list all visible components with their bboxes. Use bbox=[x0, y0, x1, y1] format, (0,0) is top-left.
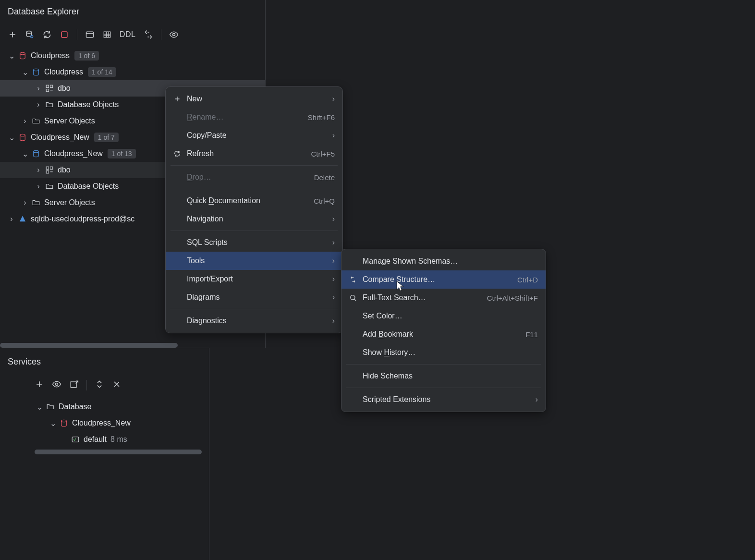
chevron-right-icon: › bbox=[332, 215, 335, 223]
menu-item-label: Add Bookmark bbox=[363, 330, 525, 339]
chevron-right-icon[interactable]: › bbox=[35, 182, 42, 191]
folder-icon bbox=[45, 182, 54, 191]
stop-icon[interactable] bbox=[60, 30, 69, 39]
svg-rect-9 bbox=[50, 85, 53, 87]
menu-item-compare-structure[interactable]: Compare Structure…Ctrl+D bbox=[341, 270, 546, 289]
menu-item-navigation[interactable]: Navigation› bbox=[166, 210, 342, 228]
search-icon bbox=[348, 294, 358, 302]
open-new-tab-icon[interactable] bbox=[69, 379, 79, 391]
chevron-right-icon[interactable]: › bbox=[21, 117, 29, 125]
menu-item-label: Full-Text Search… bbox=[363, 293, 487, 302]
shortcut-label: F11 bbox=[525, 330, 538, 339]
tree-row[interactable]: ⌄Cloudpress1 of 14 bbox=[0, 64, 265, 80]
tree-row[interactable]: ⌄ Cloudpress_New bbox=[0, 415, 209, 431]
tree-label: Database Objects bbox=[58, 100, 119, 109]
tree-label: Database Objects bbox=[58, 182, 119, 191]
svg-point-5 bbox=[172, 34, 175, 36]
menu-item-manage-shown-schemas[interactable]: Manage Shown Schemas… bbox=[341, 252, 546, 270]
menu-separator bbox=[170, 165, 338, 166]
chevron-down-icon[interactable]: ⌄ bbox=[21, 149, 29, 158]
menu-item-quick-documentation[interactable]: Quick DocumentationCtrl+Q bbox=[166, 192, 342, 210]
folder-icon bbox=[45, 100, 54, 109]
tree-row[interactable]: ⌄Cloudpress1 of 6 bbox=[0, 48, 265, 64]
menu-item-hide-schemas[interactable]: Hide Schemas bbox=[341, 367, 546, 385]
chevron-right-icon[interactable]: › bbox=[21, 198, 29, 207]
chevron-down-icon: ⌄ bbox=[49, 419, 57, 428]
chevron-down-icon[interactable]: ⌄ bbox=[21, 68, 29, 77]
tree-label: Server Objects bbox=[44, 117, 95, 125]
refresh-icon[interactable] bbox=[42, 30, 52, 39]
menu-item-diagrams[interactable]: Diagrams› bbox=[166, 288, 342, 306]
db-blue-icon bbox=[32, 149, 40, 158]
svg-point-1 bbox=[31, 36, 33, 38]
menu-item-label: New bbox=[187, 95, 332, 103]
context-menu[interactable]: New›Rename…Shift+F6Copy/Paste›RefreshCtr… bbox=[165, 86, 343, 333]
svg-rect-2 bbox=[61, 32, 67, 37]
tree-label: Cloudpress_New bbox=[72, 419, 131, 427]
add-icon[interactable] bbox=[8, 30, 17, 39]
chevron-right-icon: › bbox=[332, 131, 335, 140]
chevron-right-icon[interactable]: › bbox=[35, 166, 42, 174]
menu-item-refresh[interactable]: RefreshCtrl+F5 bbox=[166, 145, 342, 163]
tree-label: Cloudpress_New bbox=[31, 133, 89, 142]
services-title: Services bbox=[0, 348, 209, 375]
collapse-expand-icon[interactable] bbox=[95, 379, 104, 391]
horizontal-scrollbar[interactable] bbox=[0, 343, 178, 348]
menu-item-copy-paste[interactable]: Copy/Paste› bbox=[166, 126, 342, 145]
menu-item-import-export[interactable]: Import/Export› bbox=[166, 270, 342, 288]
chevron-down-icon[interactable]: ⌄ bbox=[8, 51, 15, 61]
menu-separator bbox=[170, 189, 338, 189]
menu-item-label: SQL Scripts bbox=[187, 238, 332, 247]
menu-item-label: Copy/Paste bbox=[187, 131, 332, 140]
chevron-right-icon[interactable]: › bbox=[8, 215, 15, 223]
menu-separator bbox=[346, 364, 541, 365]
folder-icon bbox=[32, 117, 40, 125]
svg-rect-10 bbox=[46, 89, 49, 92]
console-icon bbox=[71, 435, 80, 444]
svg-point-18 bbox=[61, 420, 67, 422]
services-toolbar bbox=[0, 375, 209, 396]
menu-item-diagnostics[interactable]: Diagnostics› bbox=[166, 312, 342, 330]
chevron-right-icon[interactable]: › bbox=[35, 100, 42, 109]
tree-label: dbo bbox=[58, 84, 71, 93]
menu-item-tools[interactable]: Tools› bbox=[166, 252, 342, 270]
svg-rect-14 bbox=[50, 167, 53, 169]
tree-row[interactable]: ⌄ Database bbox=[0, 399, 209, 415]
view-options-icon[interactable] bbox=[169, 30, 179, 39]
menu-item-set-color[interactable]: Set Color… bbox=[341, 307, 546, 325]
tree-row[interactable]: default 8 ms bbox=[0, 431, 209, 448]
menu-item-label: Import/Export bbox=[187, 275, 332, 283]
compare-icon[interactable] bbox=[144, 30, 153, 39]
chevron-right-icon: › bbox=[332, 275, 335, 283]
elapsed-time: 8 ms bbox=[110, 435, 127, 444]
chevron-right-icon[interactable]: › bbox=[35, 84, 42, 93]
svg-point-11 bbox=[20, 134, 25, 136]
menu-item-show-history[interactable]: Show History… bbox=[341, 343, 546, 362]
folder-icon bbox=[46, 402, 55, 411]
services-panel: Services ⌄ Database ⌄ Cloudpress_New def… bbox=[0, 348, 209, 560]
ddl-button[interactable]: DDL bbox=[120, 30, 136, 39]
tree-label: Cloudpress_New bbox=[44, 149, 103, 158]
menu-item-sql-scripts[interactable]: SQL Scripts› bbox=[166, 233, 342, 252]
table-icon[interactable] bbox=[102, 30, 112, 39]
chevron-right-icon: › bbox=[332, 95, 335, 103]
services-tree[interactable]: ⌄ Database ⌄ Cloudpress_New default 8 ms bbox=[0, 396, 209, 448]
datasource-properties-icon[interactable] bbox=[25, 30, 35, 39]
tree-label: Cloudpress bbox=[44, 68, 83, 76]
chevron-down-icon[interactable]: ⌄ bbox=[8, 133, 15, 142]
close-icon[interactable] bbox=[112, 379, 122, 391]
svg-rect-4 bbox=[104, 32, 110, 37]
show-icon[interactable] bbox=[52, 379, 61, 391]
menu-item-scripted-extensions[interactable]: Scripted Extensions› bbox=[341, 390, 546, 409]
count-badge: 1 of 13 bbox=[108, 149, 136, 158]
add-service-icon[interactable] bbox=[35, 379, 44, 391]
count-badge: 1 of 14 bbox=[88, 67, 116, 77]
console-icon[interactable] bbox=[85, 30, 95, 39]
tools-submenu[interactable]: Manage Shown Schemas…Compare Structure…C… bbox=[341, 249, 546, 412]
horizontal-scrollbar[interactable] bbox=[35, 450, 202, 454]
menu-item-add-bookmark[interactable]: Add BookmarkF11 bbox=[341, 325, 546, 343]
db-blue-icon bbox=[32, 68, 40, 76]
menu-item-new[interactable]: New› bbox=[166, 90, 342, 108]
menu-item-full-text-search[interactable]: Full-Text Search…Ctrl+Alt+Shift+F bbox=[341, 289, 546, 307]
svg-point-7 bbox=[34, 69, 39, 71]
